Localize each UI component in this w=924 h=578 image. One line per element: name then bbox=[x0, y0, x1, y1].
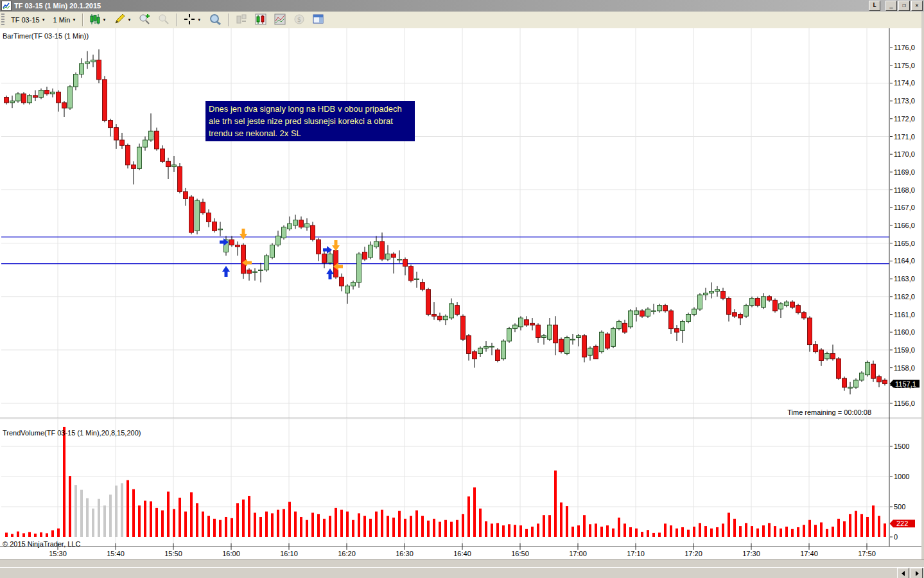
svg-text:15:30: 15:30 bbox=[49, 550, 67, 557]
zoom-in-icon bbox=[139, 13, 150, 26]
chart-canvas[interactable]: 1176,01175,01174,01173,01172,01171,01170… bbox=[0, 28, 921, 559]
strategies-icon bbox=[274, 13, 286, 26]
svg-text:1500: 1500 bbox=[894, 442, 909, 450]
chart-trader-icon bbox=[236, 13, 247, 26]
svg-text:1166,0: 1166,0 bbox=[894, 222, 915, 229]
right-arrow-marker bbox=[323, 249, 327, 252]
chevron-down-icon: ▼ bbox=[127, 18, 131, 22]
volume-axis[interactable]: 150010005000222 bbox=[890, 442, 916, 541]
strategies-button[interactable] bbox=[271, 13, 289, 26]
svg-text:1163,0: 1163,0 bbox=[894, 275, 915, 283]
app-icon bbox=[1, 1, 12, 11]
dollar-icon: $ bbox=[293, 13, 305, 26]
annotation-line: ale trh sel jeste nize pred slusnejsi ko… bbox=[209, 115, 412, 127]
title-bar[interactable]: TF 03-15 (1 Min) 20.1.2015 L _ ❐ ✕ bbox=[0, 0, 924, 12]
svg-text:1170,0: 1170,0 bbox=[894, 150, 915, 158]
toolbar-separator bbox=[82, 13, 83, 26]
horizontal-price-lines[interactable] bbox=[1, 237, 889, 264]
instrument-label: TF 03-15 bbox=[11, 16, 40, 24]
restore-button[interactable]: ❐ bbox=[898, 1, 910, 11]
annotation-line: Dnes jen dva signaly long na HDB v obou … bbox=[209, 103, 412, 115]
down-arrow-marker bbox=[332, 245, 340, 251]
svg-text:1165,0: 1165,0 bbox=[894, 240, 915, 247]
left-arrow-marker bbox=[247, 261, 252, 265]
chart-trader-button[interactable] bbox=[232, 13, 250, 26]
volume-indicator-label: TrendVolume(TF 03-15 (1 Min),20,8,15,200… bbox=[3, 429, 141, 437]
chevron-down-icon: ▼ bbox=[102, 18, 106, 22]
svg-text:1157,1: 1157,1 bbox=[895, 380, 916, 388]
pencil-icon bbox=[114, 13, 125, 26]
panel-icon bbox=[313, 13, 324, 26]
svg-text:16:00: 16:00 bbox=[222, 550, 240, 557]
svg-text:17:10: 17:10 bbox=[627, 550, 645, 557]
minimize-button[interactable]: _ bbox=[885, 1, 897, 11]
chart-style-button[interactable]: ▼ bbox=[87, 13, 109, 26]
chevron-down-icon: ▼ bbox=[73, 18, 76, 22]
svg-text:1167,0: 1167,0 bbox=[894, 204, 915, 211]
price-indicator-label: BarTimer(TF 03-15 (1 Min)) bbox=[3, 32, 89, 40]
crosshair-button[interactable]: ▼ bbox=[180, 13, 204, 26]
svg-text:16:30: 16:30 bbox=[396, 550, 414, 557]
candlestick-series bbox=[4, 49, 887, 394]
svg-text:1168,0: 1168,0 bbox=[894, 186, 915, 194]
right-arrow-marker bbox=[220, 241, 224, 244]
svg-text:1172,0: 1172,0 bbox=[894, 115, 915, 123]
svg-text:222: 222 bbox=[896, 520, 908, 527]
svg-text:1160,0: 1160,0 bbox=[894, 328, 915, 336]
link-button[interactable]: L bbox=[869, 1, 880, 11]
zoom-in-button[interactable] bbox=[135, 13, 153, 26]
svg-text:1000: 1000 bbox=[894, 473, 909, 480]
gridlines bbox=[1, 28, 889, 547]
toolbar-separator bbox=[228, 13, 229, 26]
zoom-out-icon bbox=[158, 13, 170, 26]
svg-text:17:30: 17:30 bbox=[742, 550, 760, 557]
left-arrow-marker bbox=[338, 265, 343, 268]
window-title: TF 03-15 (1 Min) 20.1.2015 bbox=[14, 2, 101, 10]
toolbar-grip[interactable] bbox=[1, 13, 4, 26]
svg-text:1158,0: 1158,0 bbox=[894, 364, 915, 372]
svg-text:1161,0: 1161,0 bbox=[894, 311, 915, 319]
svg-text:1174,0: 1174,0 bbox=[894, 79, 915, 87]
svg-text:1176,0: 1176,0 bbox=[894, 44, 915, 51]
panel-button[interactable] bbox=[309, 13, 327, 26]
toolbar-separator bbox=[176, 13, 177, 26]
zoom-out-button[interactable] bbox=[155, 13, 173, 26]
svg-text:17:00: 17:00 bbox=[569, 550, 587, 557]
chart-annotation[interactable]: Dnes jen dva signaly long na HDB v obou … bbox=[205, 101, 415, 141]
account-button[interactable]: $ bbox=[290, 13, 308, 26]
svg-text:16:40: 16:40 bbox=[453, 550, 471, 557]
horizontal-scrollbar[interactable] bbox=[0, 567, 924, 578]
interval-selector[interactable]: 1 Min▼ bbox=[50, 13, 80, 26]
svg-text:1164,0: 1164,0 bbox=[894, 257, 915, 265]
crosshair-icon bbox=[184, 13, 195, 26]
svg-text:16:20: 16:20 bbox=[338, 550, 356, 557]
svg-text:1159,0: 1159,0 bbox=[894, 346, 915, 354]
svg-text:1169,0: 1169,0 bbox=[894, 168, 915, 176]
price-axis[interactable]: 1176,01175,01174,01173,01172,01171,01170… bbox=[890, 44, 920, 407]
close-button[interactable]: ✕ bbox=[911, 1, 923, 11]
svg-text:500: 500 bbox=[894, 503, 905, 511]
svg-text:$: $ bbox=[297, 16, 301, 23]
svg-text:1171,0: 1171,0 bbox=[894, 133, 915, 141]
svg-text:1162,0: 1162,0 bbox=[894, 293, 915, 301]
scroll-right-button[interactable] bbox=[911, 568, 923, 578]
magnifier-icon bbox=[209, 13, 222, 26]
annotation-line: trendu se nekonal. 2x SL bbox=[209, 127, 412, 139]
right-arrow-marker bbox=[327, 246, 332, 254]
svg-text:16:50: 16:50 bbox=[511, 550, 529, 557]
svg-text:0: 0 bbox=[894, 533, 898, 541]
svg-text:15:50: 15:50 bbox=[164, 550, 182, 557]
data-box-button[interactable] bbox=[205, 13, 225, 26]
instrument-selector[interactable]: TF 03-15▼ bbox=[8, 13, 49, 26]
drawing-tools-button[interactable]: ▼ bbox=[110, 13, 134, 26]
copyright-label: © 2015 NinjaTrader, LLC bbox=[3, 540, 80, 548]
svg-text:1175,0: 1175,0 bbox=[894, 62, 915, 69]
time-remaining-label: Time remaining = 00:00:08 bbox=[679, 408, 871, 416]
indicators-button[interactable] bbox=[252, 13, 270, 26]
scroll-left-button[interactable] bbox=[897, 568, 909, 578]
interval-label: 1 Min bbox=[53, 16, 71, 24]
svg-text:16:10: 16:10 bbox=[280, 550, 298, 557]
svg-text:17:50: 17:50 bbox=[858, 550, 876, 557]
window-frame-right bbox=[921, 12, 924, 578]
time-axis[interactable]: 15:3015:4015:5016:0016:1016:2016:3016:40… bbox=[49, 543, 876, 557]
